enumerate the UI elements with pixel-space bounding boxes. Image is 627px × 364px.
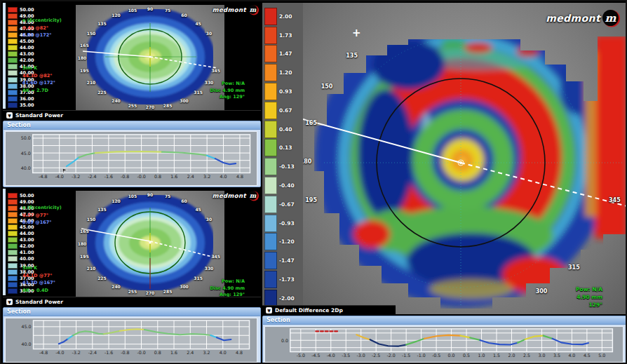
scale-entry: 0.93 [264, 82, 295, 101]
x-tick-label: -4.5 [311, 353, 320, 358]
section-chart-bottom-left[interactable]: -4.8-4.0-3.2-2.4-1.6-0.8-0.00.81.62.43.2… [5, 318, 257, 363]
scale-value-label: -1.47 [279, 257, 295, 264]
alignment-plus-marker: + [352, 27, 361, 39]
topography-map-od[interactable]: 3045607590105120135150165180195210225240… [76, 5, 224, 110]
scale-color-cell [8, 45, 18, 50]
scale-color-cell [8, 51, 18, 57]
topography-map-os[interactable]: 3045607590105120135150165180195210225240… [76, 191, 224, 297]
scale-color-cell [8, 64, 18, 69]
ak-value: AK = 0.4D [22, 287, 55, 295]
section-chart-top[interactable]: -4.8-4.0-3.2-2.4-1.6-0.8-0.00.81.62.43.2… [5, 131, 257, 186]
simk-stats: Sim K 44.3D @82° 41.6D @172° AK = 2.7D [22, 65, 55, 94]
map-display-label[interactable]: Default Difference 2Dp [275, 307, 343, 314]
map-display-selector[interactable]: ▼ Standard Power [3, 297, 261, 306]
map-display-label[interactable]: Standard Power [15, 299, 63, 305]
x-tick-label: 0.8 [154, 350, 161, 355]
section-title-bar[interactable]: Section [4, 121, 260, 130]
x-tick-label: 4.8 [236, 174, 243, 179]
y-tick-label: 40.0 [21, 166, 31, 170]
dropdown-icon[interactable]: ▼ [6, 299, 13, 305]
ecc-flat-value: 0.50 @172° [22, 32, 62, 39]
x-tick-label: -3.2 [72, 174, 80, 179]
map-display-label[interactable]: Standard Power [15, 112, 63, 119]
scale-color-cell [264, 233, 277, 250]
simk-title: Sim K [22, 65, 55, 72]
scale-entry: 35.00 [8, 102, 34, 108]
x-tick-label: 0.8 [154, 174, 161, 179]
x-tick-label: -4.8 [39, 350, 48, 355]
scale-color-cell [8, 282, 18, 288]
medmont-logo-mark: m [248, 191, 257, 200]
scale-entry: 42.00 [8, 243, 34, 250]
scale-color-cell [8, 237, 18, 243]
scale-color-cell [264, 139, 277, 156]
scale-entry: 40.00 [8, 256, 34, 262]
scale-color-cell [8, 90, 18, 95]
dropdown-icon[interactable]: ▼ [6, 112, 13, 119]
x-tick-label: 4.0 [220, 174, 227, 179]
difference-color-scale: 2.001.731.471.200.930.670.400.13-0.13-0.… [264, 7, 295, 308]
medmont-logo-text: medmont [546, 13, 600, 24]
scale-value-label: 50.00 [20, 193, 34, 198]
section-chart-right[interactable]: -5.0-4.5-4.0-3.5-3.0-2.5-2.0-1.5-1.0-0.5… [264, 326, 623, 363]
x-tick-label: 3.0 [538, 353, 545, 358]
simk-flat-value: 43.7D @167° [22, 279, 55, 287]
x-tick-label: -1.5 [402, 353, 410, 358]
x-tick-label: -0.8 [121, 174, 129, 179]
scale-value-label: 50.00 [20, 7, 34, 13]
section-title-bar[interactable]: Section [4, 308, 260, 316]
x-tick-label: -1.6 [104, 174, 113, 179]
scale-color-cell [8, 199, 18, 205]
scale-color-cell [8, 39, 18, 44]
y-tick-label: 45.0 [22, 324, 32, 329]
x-tick-label: 2.4 [187, 174, 194, 179]
scale-entry: -1.47 [264, 251, 295, 270]
scale-value-label: -0.67 [279, 201, 295, 208]
scale-value-label: -1.20 [279, 238, 295, 245]
x-tick-label: -0.8 [121, 350, 129, 355]
x-tick-label: -4.0 [327, 353, 335, 358]
x-tick-label: 4.0 [220, 350, 227, 355]
difference-map[interactable]: + 135150165180195300315345 Pow: N/A 4.90… [303, 3, 627, 314]
dropdown-icon[interactable]: ▼ [266, 307, 272, 314]
scale-value-label: 42.00 [20, 58, 34, 63]
difference-map-svg: + [303, 3, 627, 314]
scale-value-label: 0.13 [279, 144, 292, 151]
x-tick-label: 3.2 [203, 174, 210, 179]
medmont-logo-text: medmont [213, 6, 246, 13]
ang-value: Ang: 129° [210, 94, 245, 101]
pow-value: Pow: N/A [210, 81, 245, 88]
scale-color-cell [264, 102, 277, 119]
scale-entry: 0.40 [264, 120, 295, 139]
x-tick-label: 3.5 [553, 353, 560, 358]
scale-value-label: 0.40 [279, 126, 292, 133]
simk-title: Sim K [22, 264, 55, 272]
medmont-logo: medmont m [546, 10, 619, 26]
x-tick-label: -3.2 [72, 350, 80, 355]
scale-color-cell [264, 215, 277, 232]
x-tick-label: -3.0 [357, 353, 365, 358]
scale-value-label: 36.00 [20, 96, 34, 102]
scale-entry: 43.00 [8, 237, 34, 243]
disc-value: 4.90 mm [576, 293, 602, 301]
scale-color-cell [8, 70, 18, 76]
topography-map-svg [76, 191, 224, 297]
scale-color-cell [264, 45, 277, 62]
x-tick-label: -0.5 [432, 353, 440, 358]
map-display-selector[interactable]: ▼ Standard Power [3, 110, 261, 119]
scale-color-cell [8, 231, 18, 236]
scale-entry: -1.73 [264, 270, 295, 289]
section-window-bottom-left: Section -4.8-4.0-3.2-2.4-1.6-0.8-0.00.81… [3, 307, 261, 364]
scale-color-cell [264, 64, 277, 81]
scale-value-label: -1.73 [279, 276, 295, 283]
topo-panel-bottom-left: 50.0049.0048.0047.0046.0045.0044.0043.00… [3, 189, 261, 306]
x-tick-label: -2.5 [372, 353, 380, 358]
scale-color-cell [264, 177, 277, 194]
medmont-logo-mark: m [602, 10, 619, 26]
scale-color-cell [8, 243, 18, 249]
scale-entry: 44.00 [8, 45, 34, 51]
map-display-selector[interactable]: ▼ Default Difference 2Dp [262, 305, 396, 314]
section-title-bar[interactable]: Section [263, 316, 626, 325]
scale-value-label: 44.00 [20, 45, 34, 50]
scale-color-cell [8, 26, 18, 32]
